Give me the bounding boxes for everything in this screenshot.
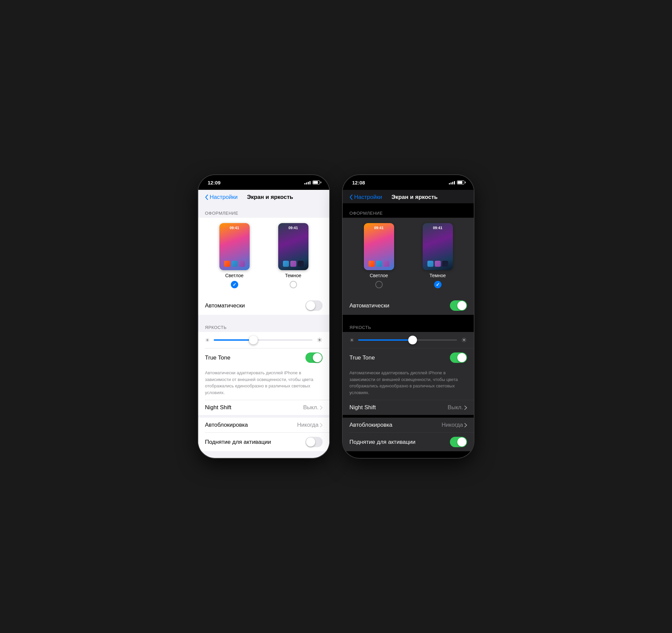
thumb-icon-2: [232, 261, 238, 267]
raise-toggle[interactable]: [450, 437, 467, 447]
true-tone-knob: [313, 353, 322, 362]
auto-toggle-knob: [457, 301, 466, 310]
appearance-card: 09:41 Светлое: [198, 218, 329, 296]
nav-back-button[interactable]: Настройки: [205, 194, 238, 201]
dark-radio[interactable]: [434, 281, 441, 288]
notch: [240, 175, 287, 185]
light-thumb-icons: [364, 261, 394, 267]
settings-card: Автоблокировка Никогда Поднятие для акти…: [343, 418, 474, 451]
night-shift-label: Night Shift: [350, 404, 376, 411]
nav-back-label: Настройки: [210, 194, 238, 201]
battery-icon: [312, 180, 320, 185]
nav-bar: Настройки Экран и яркость: [198, 190, 329, 203]
light-option[interactable]: 09:41 Светлое: [219, 223, 250, 288]
true-tone-toggle[interactable]: [306, 352, 322, 363]
appearance-card: 09:41 Светлое: [343, 218, 474, 296]
true-tone-description: Автоматически адаптировать дисплей iPhon…: [198, 367, 329, 400]
light-option[interactable]: 09:41 Светлое: [364, 223, 394, 288]
night-shift-label: Night Shift: [205, 404, 231, 411]
light-phone: 12:09 Настройки Экран и: [198, 175, 329, 458]
dark-thumb-icons: [278, 261, 308, 267]
thumb-icon-d1: [427, 261, 433, 267]
true-tone-label: True Tone: [205, 355, 231, 361]
screen-content: ОФОРМЛЕНИЕ 09:41: [343, 203, 474, 458]
dark-label: Темное: [429, 273, 446, 278]
true-tone-description: Автоматически адаптировать дисплей iPhon…: [343, 367, 474, 400]
dark-radio[interactable]: [290, 281, 297, 288]
night-shift-text: Выкл.: [448, 404, 463, 411]
auto-label: Автоматически: [350, 302, 389, 309]
dark-thumb-time: 09:41: [423, 226, 453, 230]
true-tone-toggle[interactable]: [450, 352, 467, 363]
slider-thumb[interactable]: [249, 336, 258, 344]
status-bar: 12:09: [198, 175, 329, 190]
status-icons: [449, 180, 464, 185]
thumb-icon-d1: [283, 261, 289, 267]
night-shift-value: Выкл.: [448, 404, 467, 411]
sun-large-icon: ☀: [461, 336, 467, 344]
status-time: 12:09: [208, 180, 220, 186]
thumb-icon-1: [368, 261, 375, 267]
appearance-options: 09:41 Светлое: [350, 223, 467, 288]
brightness-track[interactable]: [214, 339, 312, 341]
light-radio[interactable]: [231, 281, 238, 288]
auto-lock-row[interactable]: Автоблокировка Никогда: [198, 418, 329, 432]
light-radio[interactable]: [375, 281, 383, 288]
light-thumb: 09:41: [364, 223, 394, 270]
auto-toggle[interactable]: [306, 300, 322, 311]
auto-lock-label: Автоблокировка: [205, 422, 248, 429]
slider-thumb[interactable]: [408, 336, 417, 344]
appearance-options: 09:41 Светлое: [205, 223, 322, 288]
appearance-section-header: ОФОРМЛЕНИЕ: [343, 203, 474, 218]
light-label: Светлое: [369, 273, 388, 278]
raise-to-wake-row: Поднятие для активации: [198, 433, 329, 451]
phones-container: 12:09 Настройки Экран и: [198, 175, 474, 458]
nav-bar: Настройки Экран и яркость: [343, 190, 474, 203]
raise-to-wake-label: Поднятие для активации: [205, 439, 271, 445]
true-tone-knob: [457, 353, 466, 362]
thumb-icon-2: [376, 261, 382, 267]
night-shift-row[interactable]: Night Shift Выкл.: [198, 400, 329, 415]
auto-lock-row[interactable]: Автоблокировка Никогда: [343, 418, 474, 432]
dark-thumb-icons: [423, 261, 453, 267]
nav-title: Экран и яркость: [382, 194, 447, 201]
raise-toggle[interactable]: [306, 437, 322, 447]
brightness-card: ☀ ☀ True Tone Автоматичес: [343, 332, 474, 415]
signal-icon: [449, 180, 455, 185]
true-tone-row: True Tone: [198, 348, 329, 367]
dark-phone: 12:08 Настройки Экран и: [343, 175, 474, 458]
dark-option[interactable]: 09:41 Темное: [423, 223, 453, 288]
signal-icon: [305, 180, 310, 185]
auto-lock-value: Никогда: [297, 422, 322, 429]
thumb-icon-3: [383, 261, 389, 267]
status-bar: 12:08: [343, 175, 474, 190]
sun-small-icon: ☀: [350, 337, 354, 343]
nav-title: Экран и яркость: [238, 194, 303, 201]
night-shift-value: Выкл.: [303, 404, 322, 411]
auto-lock-value: Никогда: [441, 422, 467, 429]
auto-toggle[interactable]: [450, 300, 467, 311]
auto-lock-label: Автоблокировка: [350, 422, 392, 429]
sun-large-icon: ☀: [316, 336, 322, 344]
dark-option[interactable]: 09:41 Темное: [278, 223, 308, 288]
thumb-icon-d3: [298, 261, 304, 267]
thumb-icon-3: [239, 261, 245, 267]
raise-knob: [457, 437, 466, 446]
status-icons: [305, 180, 320, 185]
auto-row: Автоматически: [343, 296, 474, 315]
night-shift-row[interactable]: Night Shift Выкл.: [343, 400, 474, 415]
auto-lock-text: Никогда: [297, 422, 318, 429]
brightness-track[interactable]: [358, 339, 457, 341]
nav-back-button[interactable]: Настройки: [350, 194, 382, 201]
thumb-icon-d2: [290, 261, 296, 267]
phone-screen: Настройки Экран и яркость ОФОРМЛЕНИЕ 09:…: [343, 190, 474, 458]
raise-knob: [306, 437, 315, 446]
auto-row: Автоматически: [198, 296, 329, 315]
brightness-slider-row: ☀ ☀: [198, 332, 329, 348]
night-shift-text: Выкл.: [303, 404, 318, 411]
settings-card: Автоблокировка Никогда Поднятие для акти…: [198, 418, 329, 451]
brightness-card: ☀ ☀ True Tone Автоматичес: [198, 332, 329, 415]
appearance-section-header: ОФОРМЛЕНИЕ: [198, 203, 329, 218]
light-thumb-time: 09:41: [219, 226, 250, 230]
phone-wrapper-dark: 12:08 Настройки Экран и: [343, 175, 474, 458]
